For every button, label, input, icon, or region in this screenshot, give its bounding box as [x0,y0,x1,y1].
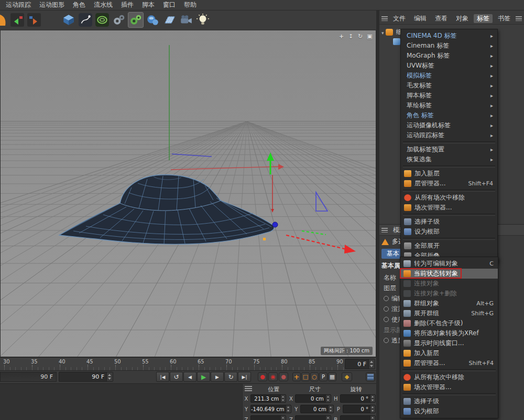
menu-window[interactable]: 窗口 [159,0,179,10]
subdivision-surface-icon[interactable] [94,12,110,28]
viewport-redo-icon[interactable] [26,12,42,28]
stepper-icon[interactable] [328,405,333,413]
menu-item-take-manager[interactable]: 场次管理器... [401,203,497,213]
expand-caret-icon[interactable] [381,29,386,36]
stepper-icon[interactable] [368,359,375,369]
menu-item-script-tags[interactable]: 脚本标签 [401,91,497,101]
menu-item-motioncam-tags[interactable]: 运动摄像机标签 [401,120,497,130]
menu-item-expand-group[interactable]: 展开群组Shift+G [400,308,498,318]
preview-range-bar[interactable]: 90 F [0,372,57,382]
rot-b-field[interactable] [340,415,376,420]
dolly-view-icon[interactable] [347,32,355,40]
stepper-icon[interactable] [370,416,375,420]
keyframe-selection-button[interactable] [342,372,352,381]
next-frame-button[interactable] [211,372,224,382]
menu-script[interactable]: 脚本 [138,0,158,10]
menu-item-cineman-tags[interactable]: Cineman 标签 [401,41,497,51]
menu-item-remove-from-takes[interactable]: 从所有场次中移除 [400,372,498,382]
menu-item-mograph-tags[interactable]: MoGraph 标签 [401,51,497,61]
pos-z-field[interactable] [250,415,286,420]
menu-pipeline[interactable]: 流水线 [90,0,116,10]
om-menu-object[interactable]: 对象 [453,14,472,23]
menu-item-unfold-all[interactable]: 全部展开 [401,241,497,251]
stepper-icon[interactable] [106,372,113,381]
menu-item-delete-without-children[interactable]: 删除(不包含子级) [400,318,498,328]
toggle-icon[interactable] [384,296,389,301]
stepper-icon[interactable] [325,395,331,402]
play-reverse-button[interactable] [170,372,183,382]
deformer-icon[interactable] [128,12,144,28]
selected-point[interactable] [263,238,266,240]
key-rotation-button[interactable] [310,372,319,381]
goto-start-button[interactable] [156,372,169,382]
menu-item-remove-from-takes[interactable]: 从所有场次中移除 [401,193,497,203]
play-loop-button[interactable] [224,372,237,382]
menu-item-layer-manager[interactable]: 层管理器...Shift+F4 [400,358,498,368]
key-pla-button[interactable] [328,372,336,381]
toggle-view-icon[interactable] [366,32,374,40]
record-objects-button[interactable] [258,372,267,381]
am-panel-menu-icon[interactable] [381,228,388,233]
menu-item-simulation-tags[interactable]: 模拟标签 [401,71,497,81]
viewport-undo-icon[interactable] [9,12,25,28]
menu-plugins[interactable]: 插件 [117,0,137,10]
camera-icon[interactable] [178,12,194,28]
pos-y-field[interactable]: -140.649 cm [250,405,291,413]
key-scale-button[interactable] [301,372,310,381]
stepper-icon[interactable] [280,416,286,420]
menu-help[interactable]: 帮助 [180,0,200,10]
menu-item-set-as-root[interactable]: 设为根部 [401,227,497,237]
menu-item-restore-selection[interactable]: 恢复选集 [401,154,497,164]
menu-item-add-to-new-layer[interactable]: 加入新层 [400,348,498,358]
menu-item-current-state-to-object[interactable]: 当前状态转对象 [400,269,498,279]
menu-item-motiontracker-tags[interactable]: 运动跟踪标签 [401,130,497,140]
menu-item-character-tags[interactable]: 角色 标签 [401,110,497,120]
menu-item-make-editable[interactable]: 转为可编辑对象C [400,259,498,269]
layer-stack-button[interactable] [366,372,375,381]
end-frame-field[interactable]: 90 F [59,372,113,382]
stepper-icon[interactable] [280,395,286,402]
pan-view-icon[interactable] [337,32,345,40]
menu-item-cinema4d-tags[interactable]: CINEMA 4D 标签 [401,31,497,41]
light-icon[interactable] [195,12,211,28]
om-hamburger-icon[interactable] [516,16,522,21]
spline-pen-icon[interactable] [78,12,93,28]
z-axis-handle[interactable] [272,222,278,227]
size-z-field[interactable] [295,415,331,420]
metaball-icon[interactable] [145,12,160,28]
menu-item-group-objects[interactable]: 群组对象Alt+G [400,299,498,308]
stepper-icon[interactable] [370,395,375,402]
menu-item-show-timeline-window[interactable]: 显示时间线窗口... [400,338,498,348]
om-menu-tags[interactable]: 标签 [474,14,493,23]
key-parameter-button[interactable] [319,372,328,381]
frame-spinner[interactable]: 0 F [345,359,375,369]
panel-menu-icon[interactable] [381,16,388,21]
menu-mograph[interactable]: 运动图形 [36,0,68,10]
menu-motion-tracker[interactable]: 运动跟踪 [2,0,35,10]
cube-primitive-icon[interactable] [61,12,77,28]
prev-frame-button[interactable] [183,372,196,382]
menu-item-hair-tags[interactable]: 毛发标签 [401,81,497,91]
menu-item-take-manager[interactable]: 场次管理器... [400,382,498,392]
viewport-3d[interactable]: 网格间距 : 100 cm [0,30,376,357]
menu-item-convert-to-xref[interactable]: 将所选对象转换为XRef [400,328,498,338]
om-menu-bookmarks[interactable]: 书签 [495,14,514,23]
menu-item-layer-manager[interactable]: 层管理器...Shift+F4 [401,179,497,189]
menu-item-select-children[interactable]: 选择子级 [400,396,498,406]
generator-icon[interactable] [111,12,127,28]
goto-end-button[interactable] [238,372,251,382]
menu-item-uvw-tags[interactable]: UVW标签 [401,61,497,71]
om-menu-view[interactable]: 查看 [432,14,451,23]
menu-item-load-tag-preset[interactable]: 加载标签预置 [401,145,497,154]
array-plane-icon[interactable] [161,12,177,28]
autokey-button[interactable] [268,372,278,381]
om-menu-file[interactable]: 文件 [390,14,409,23]
key-position-button[interactable] [292,372,301,381]
pos-x-field[interactable]: 211.3 cm [250,394,286,403]
toggle-icon[interactable] [384,306,389,312]
rotate-view-icon[interactable] [356,32,364,40]
record-selection-button[interactable] [279,372,288,381]
play-button[interactable] [197,372,210,382]
stepper-icon[interactable] [286,405,291,413]
toggle-icon[interactable] [384,317,389,322]
